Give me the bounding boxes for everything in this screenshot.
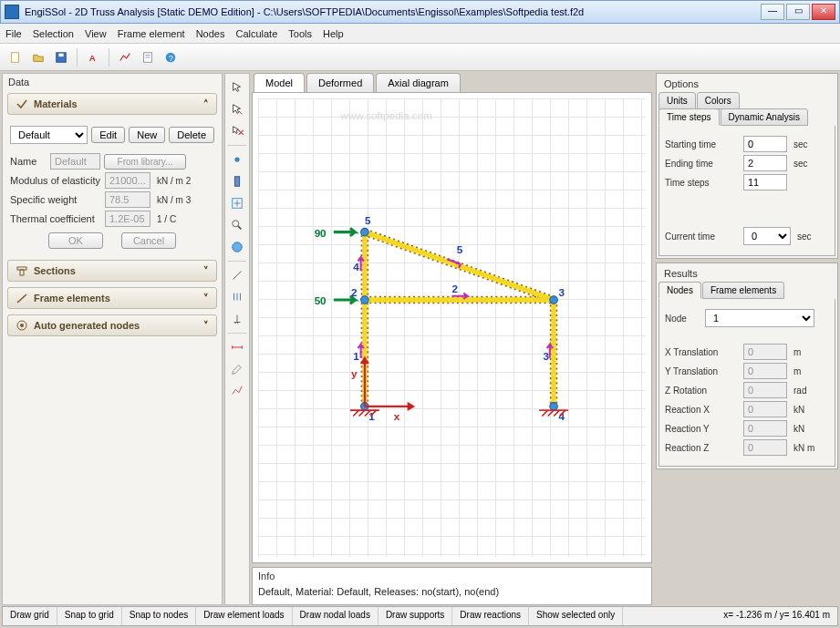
svg-point-38 <box>550 296 558 304</box>
tab-results-frame-elements[interactable]: Frame elements <box>702 282 784 299</box>
cancel-button[interactable]: Cancel <box>121 232 176 249</box>
analysis-icon[interactable]: A <box>83 47 103 67</box>
time-steps-field[interactable] <box>743 174 787 190</box>
node-select[interactable]: 1 <box>705 309 814 327</box>
current-time-select[interactable]: 0 <box>743 227 791 245</box>
tab-axial-diagram[interactable]: Axial diagram <box>376 73 461 92</box>
svg-line-50 <box>548 410 554 416</box>
accordion-materials[interactable]: Materials ˄ <box>7 93 217 115</box>
tab-dynamic-analysis[interactable]: Dynamic Analysis <box>721 108 808 126</box>
model-canvas[interactable]: www.softpedia.com 90 50 <box>252 92 652 563</box>
result-unit: kN <box>793 424 804 434</box>
element-tool-icon[interactable] <box>227 171 247 191</box>
svg-point-13 <box>20 324 24 327</box>
modulus-label: Modulus of elasticity <box>10 175 101 186</box>
zoom-icon[interactable] <box>227 215 247 235</box>
status-show-selected[interactable]: Show selected only <box>529 607 623 625</box>
open-file-icon[interactable] <box>28 47 48 67</box>
watermark: www.softpedia.com <box>339 109 432 121</box>
diagram-icon[interactable] <box>227 381 247 401</box>
line-tool-icon[interactable] <box>227 265 247 285</box>
info-bar: Info Default, Material: Default, Release… <box>252 567 652 605</box>
material-select[interactable]: Default <box>10 126 88 144</box>
menu-frame-element[interactable]: Frame element <box>118 28 185 39</box>
sections-label: Sections <box>34 265 76 276</box>
world-icon[interactable] <box>227 237 247 257</box>
ending-time-field[interactable] <box>743 155 787 171</box>
result-field <box>743 420 787 437</box>
chart-icon[interactable] <box>115 47 135 67</box>
element-label: 1 <box>353 350 359 362</box>
accordion-auto-nodes[interactable]: Auto generated nodes ˅ <box>7 314 217 336</box>
annotate-icon[interactable] <box>227 359 247 379</box>
maximize-button[interactable]: ▭ <box>786 4 810 20</box>
tab-units[interactable]: Units <box>659 92 696 109</box>
tab-time-steps[interactable]: Time steps <box>659 108 720 126</box>
materials-body: Default Edit New Delete Name From librar… <box>3 118 222 257</box>
node-label: 5 <box>365 214 371 226</box>
move-icon[interactable] <box>227 99 247 119</box>
delete-pointer-icon[interactable]: ✕ <box>227 121 247 141</box>
report-icon[interactable] <box>138 47 158 67</box>
ok-button[interactable]: OK <box>48 232 103 249</box>
element-label: 5 <box>457 243 463 255</box>
vtool-separator <box>228 333 246 334</box>
node-tool-icon[interactable] <box>227 149 247 170</box>
status-draw-grid[interactable]: Draw grid <box>3 607 57 625</box>
menu-view[interactable]: View <box>85 28 107 39</box>
starting-time-field[interactable] <box>743 136 787 152</box>
edit-button[interactable]: Edit <box>91 127 125 143</box>
element-label: 4 <box>353 261 359 273</box>
truss-drawing: www.softpedia.com 90 50 <box>258 98 646 553</box>
menu-tools[interactable]: Tools <box>288 28 312 39</box>
tab-results-nodes[interactable]: Nodes <box>659 282 701 299</box>
save-file-icon[interactable] <box>51 47 71 67</box>
options-title: Options <box>659 76 835 92</box>
time-steps-label: Time steps <box>665 178 740 188</box>
coordinates-readout: x= -1.236 m / y= 16.401 m <box>716 607 837 625</box>
load-label-mid: 50 <box>315 294 327 306</box>
results-title: Results <box>659 265 835 282</box>
menu-help[interactable]: Help <box>323 28 344 39</box>
svg-point-18 <box>233 221 239 227</box>
weight-label: Specific weight <box>10 194 101 205</box>
tab-deformed[interactable]: Deformed <box>306 73 374 92</box>
name-field <box>50 153 100 170</box>
result-unit: rad <box>793 386 806 396</box>
status-supports[interactable]: Draw supports <box>379 607 452 625</box>
status-snap-grid[interactable]: Snap to grid <box>57 607 122 625</box>
result-unit: kN m <box>793 443 814 453</box>
minimize-button[interactable]: — <box>761 4 784 20</box>
help-icon[interactable]: ? <box>161 47 181 67</box>
from-library-button[interactable]: From library... <box>104 154 186 170</box>
result-row-label: X Translation <box>665 347 740 357</box>
dimension-icon[interactable] <box>227 337 247 357</box>
result-field <box>743 401 787 417</box>
pointer-icon[interactable] <box>227 77 247 98</box>
zoom-extents-icon[interactable] <box>227 193 247 213</box>
menu-file[interactable]: File <box>5 28 22 39</box>
support-icon[interactable] <box>227 309 247 329</box>
result-field <box>743 363 787 379</box>
menu-nodes[interactable]: Nodes <box>196 28 225 39</box>
accordion-sections[interactable]: Sections ˅ <box>7 260 217 282</box>
menu-calculate[interactable]: Calculate <box>235 28 277 39</box>
new-file-icon[interactable] <box>5 47 26 67</box>
delete-button[interactable]: Delete <box>169 127 214 143</box>
close-button[interactable]: ✕ <box>812 4 835 20</box>
status-reactions[interactable]: Draw reactions <box>452 607 529 625</box>
status-element-loads[interactable]: Draw element loads <box>196 607 292 625</box>
accordion-frame-elements[interactable]: Frame elements ˅ <box>7 287 217 309</box>
status-nodal-loads[interactable]: Draw nodal loads <box>293 607 379 625</box>
new-button[interactable]: New <box>129 127 165 143</box>
ending-time-label: Ending time <box>665 159 740 169</box>
right-column: Options Units Colors Time steps Dynamic … <box>656 73 838 605</box>
loads-icon[interactable] <box>227 287 247 307</box>
tab-colors[interactable]: Colors <box>697 92 740 109</box>
status-snap-nodes[interactable]: Snap to nodes <box>122 607 197 625</box>
menu-selection[interactable]: Selection <box>33 28 74 39</box>
result-unit: m <box>793 366 801 376</box>
materials-label: Materials <box>34 98 78 109</box>
results-body: Node1 X Translationm Y Translationm Z Ro… <box>659 299 835 467</box>
tab-model[interactable]: Model <box>254 73 305 92</box>
